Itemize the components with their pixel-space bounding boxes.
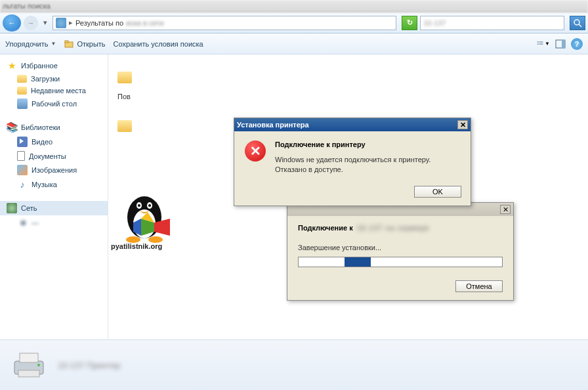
ok-button[interactable]: OK xyxy=(414,186,461,198)
sidebar-item-label: Видео xyxy=(32,138,52,146)
row-prefix: Пов xyxy=(117,93,131,100)
sidebar-item-desktop[interactable]: Рабочий стол xyxy=(0,97,108,111)
save-search-label: Сохранить условия поиска xyxy=(114,40,203,48)
details-pane: 10-137 Принтер xyxy=(0,339,588,390)
network-group: Сеть 🖥 — xyxy=(0,201,108,230)
address-bar[interactable]: ▸ Результаты по иска в сети xyxy=(52,16,396,30)
error-dialog: Установка принтера ✕ ✕ Подключение к при… xyxy=(234,118,471,206)
window-titlebar: льтаты поиска xyxy=(0,0,588,12)
sidebar-item-images[interactable]: Изображения xyxy=(0,163,108,177)
open-icon xyxy=(64,39,74,49)
sidebar-item-label: Музыка xyxy=(32,181,57,188)
forward-button[interactable]: → xyxy=(24,16,38,30)
view-options-button[interactable]: ▼ xyxy=(537,37,550,51)
computer-icon: 🖥 xyxy=(17,217,28,228)
video-icon xyxy=(17,137,28,147)
sidebar-item-label: — xyxy=(32,219,39,227)
close-button[interactable]: ✕ xyxy=(500,205,511,214)
chevron-down-icon: ▼ xyxy=(51,41,56,47)
breadcrumb-separator: ▸ xyxy=(69,18,73,27)
title-text: льтаты поиска xyxy=(3,2,51,10)
sidebar-item-downloads[interactable]: Загрузки xyxy=(0,73,108,85)
star-icon: ★ xyxy=(7,60,17,71)
cancel-label: Отмена xyxy=(466,282,492,290)
svg-line-1 xyxy=(579,24,581,27)
organize-menu[interactable]: Упорядочить ▼ xyxy=(5,40,56,48)
close-icon: ✕ xyxy=(503,206,509,214)
favorites-group: ★ Избранное Загрузки Недавние места Рабо… xyxy=(0,58,108,111)
progress-status: Завершение установки... xyxy=(298,244,503,251)
forward-arrow-icon: → xyxy=(28,19,35,27)
error-titlebar[interactable]: Установка принтера ✕ xyxy=(234,118,471,131)
watermark-logo: pyatilistnik.org xyxy=(108,186,187,251)
breadcrumb-blurred: иска в сети xyxy=(126,19,163,27)
progress-label: Подключение к 10.137 на сервере xyxy=(298,224,503,232)
sidebar-item-network-node[interactable]: 🖥 — xyxy=(0,215,108,230)
chevron-down-icon: ▼ xyxy=(545,41,550,47)
cancel-button[interactable]: Отмена xyxy=(455,280,503,292)
search-button[interactable] xyxy=(570,16,585,30)
svg-point-23 xyxy=(37,364,40,366)
folder-icon xyxy=(17,75,27,83)
desktop-icon xyxy=(17,98,28,109)
progress-actions: Отмена xyxy=(298,280,503,292)
error-line2: Отказано в доступе. xyxy=(275,165,430,175)
svg-rect-21 xyxy=(20,353,38,362)
libraries-header[interactable]: 📚 Библиотеки xyxy=(0,120,108,135)
sidebar-item-label: Рабочий стол xyxy=(32,100,77,108)
error-title: Установка принтера xyxy=(237,121,309,129)
libraries-icon: 📚 xyxy=(7,122,17,133)
document-icon xyxy=(17,151,25,161)
sidebar-item-video[interactable]: Видео xyxy=(0,135,108,149)
svg-rect-5 xyxy=(539,41,543,42)
close-button[interactable]: ✕ xyxy=(457,120,468,129)
sidebar-item-recent[interactable]: Недавние места xyxy=(0,85,108,97)
preview-pane-button[interactable] xyxy=(554,37,567,51)
chevron-down-icon: ▾ xyxy=(43,18,47,26)
navigation-bar: ← → ▾ ▸ Результаты по иска в сети ↻ xyxy=(0,12,588,33)
organize-label: Упорядочить xyxy=(5,40,48,48)
network-header[interactable]: Сеть xyxy=(0,201,108,215)
svg-rect-8 xyxy=(537,44,539,45)
svg-rect-11 xyxy=(562,40,565,48)
history-dropdown[interactable]: ▾ xyxy=(41,18,50,27)
sidebar-item-label: Изображения xyxy=(32,166,77,174)
printer-thumbnail xyxy=(9,349,49,381)
back-button[interactable]: ← xyxy=(3,14,21,32)
error-line1: Windows не удается подключиться к принте… xyxy=(275,155,430,165)
back-arrow-icon: ← xyxy=(9,19,16,27)
progress-dialog: ✕ Подключение к 10.137 на сервере Заверш… xyxy=(287,202,514,301)
main-area: ★ Избранное Загрузки Недавние места Рабо… xyxy=(0,54,588,339)
svg-point-17 xyxy=(148,204,151,207)
magnifier-icon xyxy=(573,18,582,28)
open-button[interactable]: Открыть xyxy=(64,39,105,49)
search-box[interactable] xyxy=(420,16,564,30)
error-heading: Подключение к принтеру xyxy=(275,141,430,148)
svg-rect-3 xyxy=(65,41,68,43)
error-text: Подключение к принтеру Windows не удаетс… xyxy=(275,141,430,175)
folder-icon xyxy=(117,120,132,132)
svg-rect-7 xyxy=(539,43,543,43)
sidebar-item-label: Недавние места xyxy=(31,87,86,95)
toolbar-right: ▼ ? xyxy=(537,37,583,51)
logo-text: pyatilistnik.org xyxy=(111,242,162,250)
error-actions: OK xyxy=(234,182,471,206)
sidebar-item-music[interactable]: ♪ Музыка xyxy=(0,177,108,192)
search-input[interactable] xyxy=(423,19,561,27)
error-body: ✕ Подключение к принтеру Windows не удае… xyxy=(234,131,471,182)
network-icon xyxy=(7,203,17,213)
result-row[interactable] xyxy=(114,69,583,86)
sidebar-item-label: Загрузки xyxy=(31,75,60,83)
svg-point-0 xyxy=(574,20,579,25)
libraries-label: Библиотеки xyxy=(21,123,60,131)
favorites-label: Избранное xyxy=(21,62,58,70)
save-search-button[interactable]: Сохранить условия поиска xyxy=(114,40,203,48)
error-icon: ✕ xyxy=(245,141,266,162)
sidebar-item-documents[interactable]: Документы xyxy=(0,149,108,163)
search-location-icon xyxy=(56,18,66,28)
svg-rect-9 xyxy=(539,44,543,45)
favorites-header[interactable]: ★ Избранное xyxy=(0,58,108,73)
image-icon xyxy=(17,165,28,175)
refresh-button[interactable]: ↻ xyxy=(402,16,417,30)
help-button[interactable]: ? xyxy=(571,38,583,50)
